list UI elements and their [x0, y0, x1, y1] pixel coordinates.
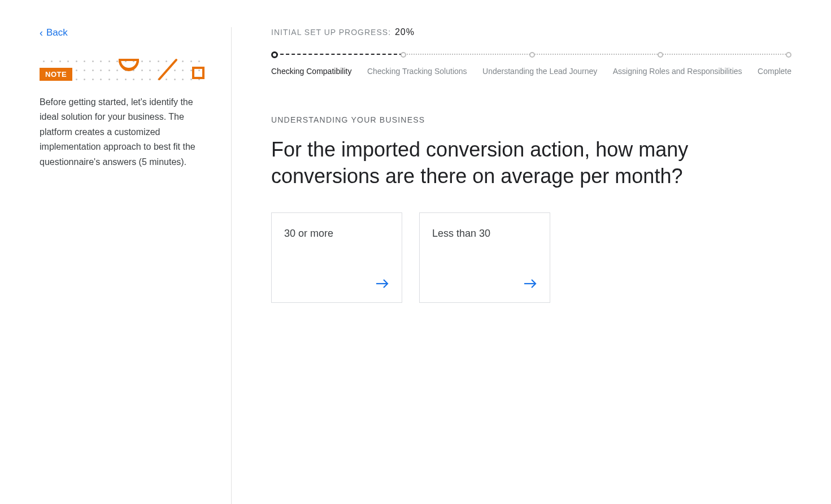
- option-label: Less than 30: [432, 228, 537, 240]
- options-row: 30 or more Less than 30: [271, 212, 791, 303]
- bowl-icon: [119, 59, 139, 71]
- back-label: Back: [46, 27, 68, 38]
- step-labels: Checking Compatibility Checking Tracking…: [271, 67, 791, 76]
- option-label: 30 or more: [284, 228, 389, 240]
- arrow-right-icon: [376, 279, 389, 291]
- svg-rect-1: [193, 68, 203, 78]
- option-card-less-than-30[interactable]: Less than 30: [419, 212, 550, 303]
- step-dot-0: [271, 51, 278, 58]
- step-dot-1: [401, 52, 406, 58]
- note-badge: NOTE: [40, 68, 72, 81]
- slash-icon: [157, 58, 179, 81]
- step-label-3: Assigning Roles and Responsibilities: [613, 67, 742, 76]
- arrow-right-icon: [524, 279, 537, 291]
- progress-percent: 20%: [395, 27, 415, 37]
- square-icon: [192, 67, 205, 79]
- step-dot-4: [786, 52, 791, 58]
- question-heading: For the imported conversion action, how …: [271, 137, 712, 190]
- chevron-left-icon: ‹: [40, 28, 43, 38]
- back-button[interactable]: ‹ Back: [40, 27, 68, 38]
- step-label-2: Understanding the Lead Journey: [482, 67, 597, 76]
- sidebar: ‹ Back NOTE Before getting started, let'…: [40, 27, 232, 504]
- note-text: Before getting started, let's identify t…: [40, 95, 210, 170]
- step-dot-2: [529, 52, 535, 58]
- option-card-30-or-more[interactable]: 30 or more: [271, 212, 402, 303]
- note-graphic: NOTE: [40, 57, 203, 84]
- stepper: [271, 51, 791, 59]
- progress-label: INITIAL SET UP PROGRESS: 20%: [271, 27, 791, 37]
- step-label-4: Complete: [758, 67, 791, 76]
- progress-prefix: INITIAL SET UP PROGRESS:: [271, 28, 391, 37]
- svg-line-0: [159, 60, 176, 79]
- step-label-0: Checking Compatibility: [271, 67, 351, 76]
- main-content: INITIAL SET UP PROGRESS: 20% Checking Co…: [232, 27, 791, 504]
- step-dot-3: [658, 52, 663, 58]
- step-label-1: Checking Tracking Solutions: [367, 67, 467, 76]
- section-eyebrow: UNDERSTANDING YOUR BUSINESS: [271, 115, 791, 124]
